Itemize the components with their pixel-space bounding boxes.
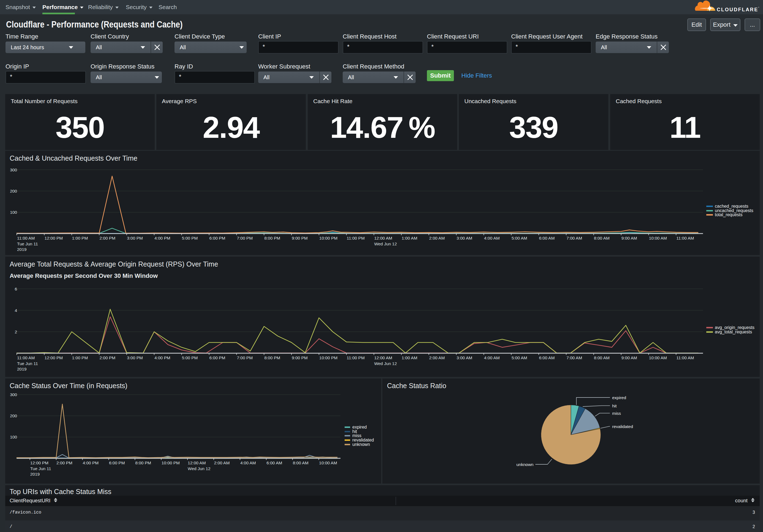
- svg-text:12:00 PM: 12:00 PM: [45, 355, 63, 360]
- svg-text:Wed Jun 12: Wed Jun 12: [374, 361, 397, 366]
- svg-text:11:00 PM: 11:00 PM: [347, 236, 365, 240]
- svg-text:10:00 PM: 10:00 PM: [162, 461, 180, 465]
- svg-text:5:00 AM: 5:00 AM: [511, 355, 527, 360]
- svg-text:2: 2: [15, 329, 17, 334]
- svg-text:Wed Jun 12: Wed Jun 12: [374, 241, 397, 246]
- svg-text:9:00 AM: 9:00 AM: [621, 236, 637, 240]
- svg-text:6:00 PM: 6:00 PM: [209, 236, 225, 240]
- svg-text:7:00 AM: 7:00 AM: [567, 236, 582, 240]
- svg-text:1:00 PM: 1:00 PM: [72, 355, 88, 360]
- svg-text:Tue Jun 11: Tue Jun 11: [17, 361, 38, 366]
- svg-text:3:00 AM: 3:00 AM: [457, 236, 472, 240]
- svg-text:expired: expired: [352, 425, 367, 429]
- svg-text:8:00 PM: 8:00 PM: [264, 236, 280, 240]
- svg-text:3:00 PM: 3:00 PM: [127, 355, 143, 360]
- svg-text:4:00 PM: 4:00 PM: [155, 236, 170, 240]
- svg-text:2:00 PM: 2:00 PM: [99, 236, 115, 240]
- svg-text:300: 300: [10, 392, 17, 397]
- svg-text:9:00 PM: 9:00 PM: [292, 355, 308, 360]
- svg-text:10:00 AM: 10:00 AM: [319, 461, 337, 465]
- svg-text:11:00 AM: 11:00 AM: [17, 236, 35, 240]
- svg-text:miss: miss: [352, 433, 362, 438]
- svg-text:10:00 AM: 10:00 AM: [649, 236, 667, 240]
- svg-text:total_requests: total_requests: [715, 212, 743, 217]
- svg-text:8:00 AM: 8:00 AM: [594, 236, 610, 240]
- svg-text:12:00 AM: 12:00 AM: [188, 461, 206, 465]
- svg-text:5:00 PM: 5:00 PM: [182, 236, 198, 240]
- svg-text:revalidated: revalidated: [352, 438, 374, 442]
- svg-text:10:00 PM: 10:00 PM: [319, 355, 337, 360]
- svg-text:4:00 AM: 4:00 AM: [484, 236, 500, 240]
- svg-text:6:00 AM: 6:00 AM: [539, 355, 555, 360]
- svg-text:8:00 AM: 8:00 AM: [594, 355, 610, 360]
- svg-text:2019: 2019: [17, 367, 27, 371]
- svg-text:2019: 2019: [17, 247, 27, 252]
- svg-text:avg_total_requests: avg_total_requests: [715, 329, 752, 334]
- svg-text:8:00 PM: 8:00 PM: [264, 355, 280, 360]
- svg-text:100: 100: [10, 210, 17, 215]
- svg-text:12:00 AM: 12:00 AM: [374, 236, 392, 240]
- svg-text:11:00 AM: 11:00 AM: [676, 355, 694, 360]
- svg-text:8:00 AM: 8:00 AM: [293, 461, 309, 465]
- svg-text:6:00 PM: 6:00 PM: [209, 355, 225, 360]
- svg-text:200: 200: [10, 189, 17, 193]
- svg-text:2:00 PM: 2:00 PM: [99, 355, 115, 360]
- svg-text:6: 6: [15, 287, 17, 291]
- svg-text:2:00 AM: 2:00 AM: [429, 355, 445, 360]
- svg-text:6:00 AM: 6:00 AM: [539, 236, 555, 240]
- svg-text:4:00 AM: 4:00 AM: [240, 461, 256, 465]
- svg-text:5:00 PM: 5:00 PM: [182, 355, 198, 360]
- svg-text:Wed Jun 12: Wed Jun 12: [188, 466, 210, 471]
- svg-text:7:00 PM: 7:00 PM: [237, 236, 253, 240]
- svg-text:Tue Jun 11: Tue Jun 11: [30, 466, 51, 471]
- svg-text:4:00 PM: 4:00 PM: [83, 461, 99, 465]
- svg-text:hit: hit: [612, 403, 617, 408]
- svg-text:unknown: unknown: [352, 442, 370, 447]
- svg-text:2:00 AM: 2:00 AM: [429, 236, 445, 240]
- svg-text:11:00 AM: 11:00 AM: [17, 355, 35, 360]
- svg-text:8:00 PM: 8:00 PM: [135, 461, 151, 465]
- svg-text:1:00 PM: 1:00 PM: [72, 236, 88, 240]
- svg-text:2019: 2019: [30, 472, 40, 477]
- svg-text:Tue Jun 11: Tue Jun 11: [17, 241, 38, 246]
- svg-text:2:00 AM: 2:00 AM: [214, 461, 230, 465]
- svg-text:3:00 AM: 3:00 AM: [457, 355, 472, 360]
- svg-text:10:00 AM: 10:00 AM: [649, 355, 667, 360]
- svg-text:12:00 PM: 12:00 PM: [45, 236, 63, 240]
- svg-text:6:00 AM: 6:00 AM: [267, 461, 282, 465]
- svg-text:12:00 PM: 12:00 PM: [30, 461, 49, 465]
- svg-text:revalidated: revalidated: [612, 424, 633, 429]
- svg-text:1:00 AM: 1:00 AM: [401, 355, 417, 360]
- svg-text:3:00 PM: 3:00 PM: [127, 236, 143, 240]
- svg-text:7:00 PM: 7:00 PM: [237, 355, 253, 360]
- svg-text:100: 100: [10, 435, 17, 439]
- svg-text:11:00 AM: 11:00 AM: [676, 236, 694, 240]
- svg-text:unknown: unknown: [516, 462, 533, 467]
- svg-text:300: 300: [10, 167, 17, 172]
- svg-text:2:00 PM: 2:00 PM: [56, 461, 72, 465]
- svg-text:11:00 PM: 11:00 PM: [347, 355, 365, 360]
- svg-text:4:00 PM: 4:00 PM: [155, 355, 170, 360]
- svg-text:5:00 AM: 5:00 AM: [511, 236, 527, 240]
- svg-text:expired: expired: [612, 395, 626, 400]
- svg-text:4: 4: [15, 308, 17, 313]
- svg-text:9:00 AM: 9:00 AM: [621, 355, 637, 360]
- svg-text:4:00 AM: 4:00 AM: [484, 355, 500, 360]
- svg-text:7:00 AM: 7:00 AM: [567, 355, 582, 360]
- svg-text:9:00 PM: 9:00 PM: [292, 236, 308, 240]
- svg-text:200: 200: [10, 413, 17, 418]
- svg-text:1:00 AM: 1:00 AM: [401, 236, 417, 240]
- svg-text:miss: miss: [612, 411, 621, 416]
- svg-text:12:00 AM: 12:00 AM: [374, 355, 392, 360]
- svg-text:6:00 PM: 6:00 PM: [109, 461, 125, 465]
- svg-text:10:00 PM: 10:00 PM: [319, 236, 337, 240]
